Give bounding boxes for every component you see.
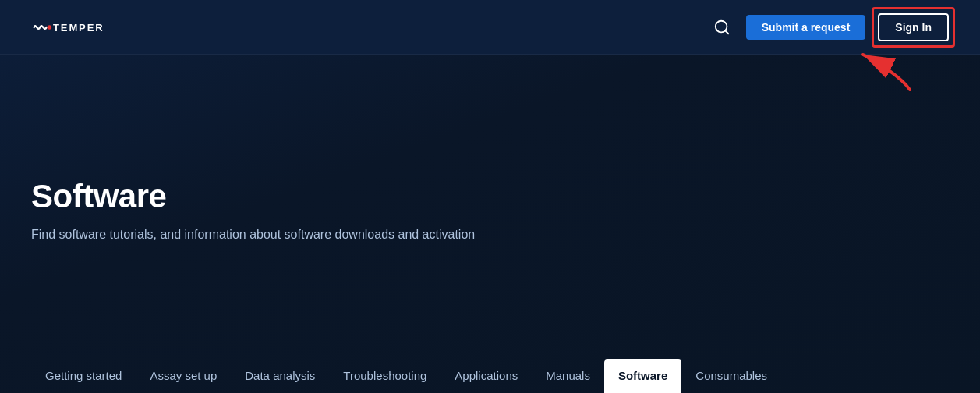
tab-getting-started[interactable]: Getting started <box>31 359 136 393</box>
nanotemper-logo: TEMPER <box>31 16 177 38</box>
tab-data-analysis[interactable]: Data analysis <box>231 359 329 393</box>
tab-consumables[interactable]: Consumables <box>681 359 781 393</box>
hero-section: Software Find software tutorials, and in… <box>0 55 980 349</box>
page-title: Software <box>31 178 949 215</box>
submit-request-button[interactable]: Submit a request <box>746 15 866 40</box>
search-icon <box>713 19 731 36</box>
svg-text:TEMPER: TEMPER <box>53 21 104 33</box>
header: TEMPER Submit a request Sign In <box>0 0 980 55</box>
page-subtitle: Find software tutorials, and information… <box>31 228 499 242</box>
sign-in-button[interactable]: Sign In <box>878 13 949 41</box>
tab-applications[interactable]: Applications <box>440 359 532 393</box>
tab-troubleshooting[interactable]: Troubleshooting <box>329 359 440 393</box>
tab-manuals[interactable]: Manuals <box>532 359 604 393</box>
header-right: Submit a request Sign In <box>710 13 949 41</box>
tab-assay-set-up[interactable]: Assay set up <box>136 359 231 393</box>
svg-line-3 <box>725 30 728 34</box>
svg-point-0 <box>48 25 52 30</box>
tab-software[interactable]: Software <box>604 359 681 393</box>
logo-area: TEMPER <box>31 16 177 38</box>
search-button[interactable] <box>710 16 734 39</box>
nav-tabs: Getting started Assay set up Data analys… <box>0 349 980 393</box>
sign-in-wrapper: Sign In <box>878 13 949 41</box>
page-wrapper: TEMPER Submit a request Sign In <box>0 0 980 393</box>
